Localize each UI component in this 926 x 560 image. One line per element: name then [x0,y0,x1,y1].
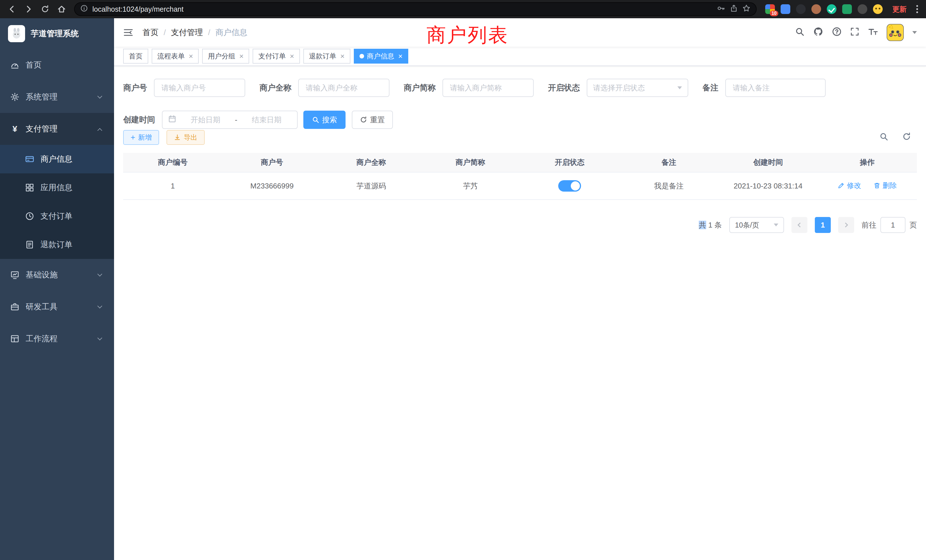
extension-drop-icon[interactable] [781,4,790,14]
goto-page: 前往 页 [862,217,917,233]
avatar[interactable] [887,24,904,41]
refresh-icon[interactable] [902,132,911,143]
tab-home[interactable]: 首页 [123,49,148,64]
cell-merchant-no: M233666999 [222,172,322,200]
search-icon[interactable] [795,27,805,38]
status-select[interactable]: 请选择开启状态 [587,79,688,97]
tab-pay-order[interactable]: 支付订单× [253,49,300,64]
goto-page-input[interactable] [881,217,905,233]
col-status: 开启状态 [520,153,619,172]
merchant-no-input[interactable] [154,79,245,97]
delete-link[interactable]: 删除 [873,181,897,190]
font-size-icon[interactable] [868,27,878,38]
chrome-update-button[interactable]: 更新 [892,5,906,14]
breadcrumb-payment[interactable]: 支付管理 [171,27,210,38]
navbar-actions [795,24,917,41]
tags-view-bar: 首页 流程表单× 用户分组× 支付订单× 退款订单× 商户信息× [114,47,926,66]
reset-button[interactable]: 重置 [352,110,393,129]
merchant-table: 商户编号 商户号 商户全称 商户简称 开启状态 备注 创建时间 操作 1 M23… [123,153,917,200]
app-logo-icon [8,25,25,42]
grid-icon [25,183,34,192]
export-button[interactable]: 导出 [166,130,205,145]
github-icon[interactable] [813,27,823,39]
close-icon[interactable]: × [398,53,402,60]
extension-monkey-icon[interactable] [858,4,867,14]
sidebar-item-app-info[interactable]: 应用信息 [0,173,114,202]
close-icon[interactable]: × [290,53,294,60]
close-icon[interactable]: × [189,53,193,60]
page-1-button[interactable]: 1 [815,217,831,233]
hamburger-icon[interactable] [123,28,133,37]
prev-page-button[interactable] [791,217,807,233]
chrome-menu-icon[interactable] [914,5,920,13]
reload-icon[interactable] [39,3,51,15]
user-menu-caret-icon[interactable] [912,31,917,34]
short-name-input[interactable] [442,79,534,97]
extension-notes-icon[interactable] [842,4,852,14]
extension-check-icon[interactable] [827,4,837,14]
goto-label: 前往 [862,220,876,230]
show-search-icon[interactable] [879,132,888,143]
back-icon[interactable] [6,3,18,15]
next-page-button[interactable] [838,217,854,233]
search-button[interactable]: 搜索 [303,110,345,129]
gear-icon [10,92,20,101]
home-icon[interactable] [55,3,68,15]
sidebar-item-refund-order[interactable]: 退款订单 [0,230,114,259]
sidebar-item-payment[interactable]: ¥ 支付管理 [0,113,114,145]
close-icon[interactable]: × [239,53,244,60]
remark-input[interactable] [725,79,826,97]
logo-row[interactable]: 芋道管理系统 [0,18,114,49]
short-name-label: 商户简称 [404,82,436,93]
url-text: localhost:1024/pay/merchant [92,5,712,14]
extension-smiley-icon[interactable] [873,4,883,14]
col-actions: 操作 [818,153,917,172]
sidebar-item-pay-order[interactable]: 支付订单 [0,202,114,230]
col-create-time: 创建时间 [719,153,818,172]
sidebar-item-merchant-info[interactable]: 商户信息 [0,145,114,173]
full-name-input[interactable] [298,79,389,97]
extensions-area: 10 [765,4,883,14]
sidebar-item-devtools[interactable]: 研发工具 [0,291,114,323]
bookmark-star-icon[interactable] [742,4,750,14]
top-navbar: 首页 支付管理 商户信息 商户列表 [114,18,926,47]
start-date-placeholder: 开始日期 [181,115,230,125]
site-info-icon[interactable] [80,5,88,14]
page-size-select[interactable]: 10条/页 [729,217,784,233]
help-icon[interactable] [832,27,841,38]
forward-icon[interactable] [22,3,35,15]
status-label: 开启状态 [548,82,580,93]
tab-refund-order[interactable]: 退款订单× [303,49,350,64]
url-bar[interactable]: localhost:1024/pay/merchant [74,2,757,16]
extension-avatar-icon[interactable] [811,4,821,14]
extension-dark-icon[interactable] [796,4,806,14]
sidebar-item-home[interactable]: 首页 [0,49,114,81]
tab-process-form[interactable]: 流程表单× [152,49,199,64]
date-range-picker[interactable]: 开始日期 - 结束日期 [162,110,298,129]
edit-link[interactable]: 修改 [838,181,861,190]
sidebar-item-workflow[interactable]: 工作流程 [0,323,114,355]
workflow-icon [10,334,20,343]
tab-user-group[interactable]: 用户分组× [202,49,249,64]
col-full-name: 商户全称 [322,153,421,172]
app-title: 芋道管理系统 [31,28,79,39]
extension-puzzle-icon[interactable]: 10 [765,4,775,14]
status-toggle[interactable] [558,180,581,192]
document-icon [25,240,34,249]
sidebar: 芋道管理系统 首页 系统管理 ¥ 支付管理 商户信息 [0,18,114,560]
sidebar-submenu: 商户信息 应用信息 支付订单 退款订单 [0,145,114,259]
tab-merchant-info[interactable]: 商户信息× [354,49,408,64]
close-icon[interactable]: × [340,53,345,60]
card-icon [25,154,34,163]
pagination: 共 1 条 10条/页 1 前往 页 [123,217,917,233]
password-key-icon[interactable] [717,4,725,15]
chevron-down-icon [774,224,778,226]
chevron-down-icon [97,304,102,309]
fullscreen-icon[interactable] [850,27,859,38]
sidebar-item-infra[interactable]: 基础设施 [0,259,114,291]
share-icon[interactable] [730,4,738,14]
extension-badge: 10 [770,11,778,16]
sidebar-item-system[interactable]: 系统管理 [0,81,114,113]
add-button[interactable]: + 新增 [123,130,159,145]
breadcrumb-home[interactable]: 首页 [142,27,166,38]
